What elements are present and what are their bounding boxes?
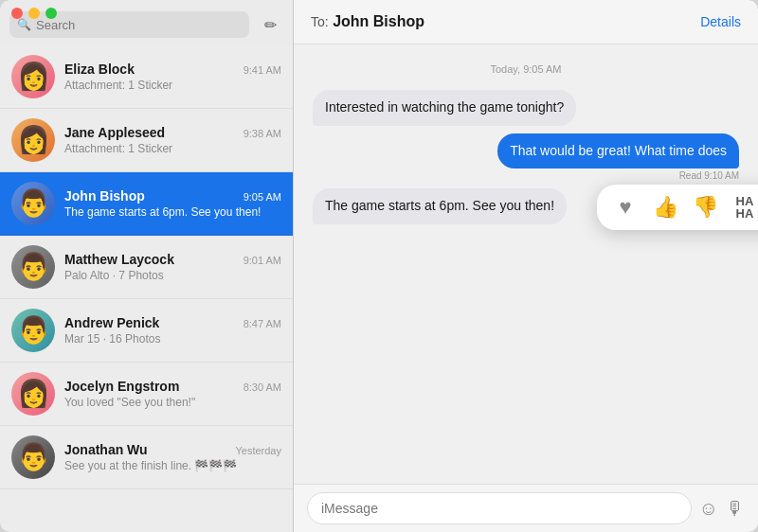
contact-name-row: Matthew Laycock 9:01 AM [64,252,281,267]
chat-input-area: ☺ 🎙 [294,484,758,532]
avatar-john-bishop: 👨 [11,182,55,225]
contact-info-john-bishop: John Bishop 9:05 AM The game starts at 6… [64,188,281,219]
app-container: 🔍 ✏ 👩 Eliza Block 9:41 AM Attachment: 1 … [0,0,758,532]
contact-info-matthew-laycock: Matthew Laycock 9:01 AM Palo Alto · 7 Ph… [64,252,281,282]
contact-info-jonathan-wu: Jonathan Wu Yesterday See you at the fin… [64,442,281,472]
haha-text: HAHA [736,195,754,220]
contact-time: 8:47 AM [244,318,281,329]
contact-item-jonathan-wu[interactable]: 👨 Jonathan Wu Yesterday See you at the f… [0,426,293,489]
search-input[interactable] [36,18,242,32]
contact-info-jocelyn-engstrom: Jocelyn Engstrom 8:30 AM You loved "See … [64,379,281,409]
tapback-thumbs-down[interactable]: 👎 [690,192,720,222]
chat-area: To: John Bishop Details Today, 9:05 AMIn… [294,0,758,532]
avatar-jane-appleseed: 👩 [11,118,55,162]
chat-timestamp: Today, 9:05 AM [313,63,739,75]
contact-time: 9:41 AM [244,64,281,76]
contact-name-row: Eliza Block 9:41 AM [64,62,281,77]
read-receipt: Read 9:10 AM [679,170,739,181]
contact-info-jane-appleseed: Jane Appleseed 9:38 AM Attachment: 1 Sti… [64,125,281,155]
contact-preview: Mar 15 · 16 Photos [64,332,281,346]
chat-header: To: John Bishop Details [294,0,758,44]
emoji-button[interactable]: ☺ [699,498,718,520]
contact-time: 8:30 AM [244,381,281,393]
details-button[interactable]: Details [700,14,741,29]
sidebar: 🔍 ✏ 👩 Eliza Block 9:41 AM Attachment: 1 … [0,0,294,532]
tapback-thumbs-up[interactable]: 👍 [650,192,680,222]
app-window: 🔍 ✏ 👩 Eliza Block 9:41 AM Attachment: 1 … [0,0,758,532]
contact-name: Eliza Block [64,62,135,77]
contact-info-eliza-block: Eliza Block 9:41 AM Attachment: 1 Sticke… [64,62,281,92]
contact-time: 9:01 AM [244,255,281,266]
contact-name-row: Jocelyn Engstrom 8:30 AM [64,379,281,394]
contact-name: Matthew Laycock [64,252,174,267]
contact-name-row: Andrew Penick 8:47 AM [64,315,281,330]
contact-name: John Bishop [64,188,145,204]
avatar-jocelyn-engstrom: 👩 [11,372,55,416]
contact-name-row: Jane Appleseed 9:38 AM [64,125,281,140]
contact-preview: Palo Alto · 7 Photos [64,269,281,282]
bubble-msg2: That would be great! What time does [497,133,739,169]
avatar-jonathan-wu: 👨 [11,435,55,479]
contact-name: Jane Appleseed [64,125,165,140]
avatar-andrew-penick: 👨 [11,309,55,352]
contact-preview: See you at the finish line. 🏁🏁🏁 [64,459,281,472]
contact-item-matthew-laycock[interactable]: 👨 Matthew Laycock 9:01 AM Palo Alto · 7 … [0,236,293,299]
contact-item-jocelyn-engstrom[interactable]: 👩 Jocelyn Engstrom 8:30 AM You loved "Se… [0,363,293,426]
contact-preview: Attachment: 1 Sticker [64,79,281,92]
tapback-heart[interactable]: ♥ [610,192,641,222]
message-input[interactable] [307,492,692,524]
avatar-matthew-laycock: 👨 [11,245,55,289]
search-icon: 🔍 [17,18,31,31]
contact-name: Jonathan Wu [64,442,148,457]
chat-recipient-row: To: John Bishop [311,13,424,30]
contact-name-row: Jonathan Wu Yesterday [64,442,281,457]
contact-item-john-bishop[interactable]: 👨 John Bishop 9:05 AM The game starts at… [0,172,293,236]
contact-name: Andrew Penick [64,315,159,330]
maximize-button[interactable] [45,8,57,19]
titlebar [0,0,68,19]
contact-name-row: John Bishop 9:05 AM [64,188,281,204]
tapback-haha[interactable]: HAHA [730,192,758,222]
contact-item-jane-appleseed[interactable]: 👩 Jane Appleseed 9:38 AM Attachment: 1 S… [0,109,293,172]
contact-time: 9:05 AM [244,191,281,203]
contact-info-andrew-penick: Andrew Penick 8:47 AM Mar 15 · 16 Photos [64,315,281,346]
chat-messages: Today, 9:05 AMInterested in watching the… [294,44,758,484]
bubble-msg1: Interested in watching the game tonight? [313,90,576,126]
contact-list: 👩 Eliza Block 9:41 AM Attachment: 1 Stic… [0,45,293,532]
to-label: To: [311,14,329,29]
message-row-msg1: Interested in watching the game tonight? [313,90,739,126]
message-row-msg2: That would be great! What time doesRead … [313,133,739,182]
contact-item-andrew-penick[interactable]: 👨 Andrew Penick 8:47 AM Mar 15 · 16 Phot… [0,299,293,363]
close-button[interactable] [11,8,23,19]
bubble-msg3: The game starts at 6pm. See you then! [313,188,567,224]
tapback-popup: ♥👍👎HAHA‼? [597,185,758,230]
contact-name: Jocelyn Engstrom [64,379,179,394]
contact-time: 9:38 AM [244,128,281,139]
contact-preview: Attachment: 1 Sticker [64,142,281,155]
chat-recipient-name: John Bishop [333,13,424,29]
contact-item-eliza-block[interactable]: 👩 Eliza Block 9:41 AM Attachment: 1 Stic… [0,45,293,109]
contact-time: Yesterday [235,445,281,456]
minimize-button[interactable] [28,8,40,19]
mic-button[interactable]: 🎙 [726,498,745,520]
contact-preview: The game starts at 6pm. See you then! [64,205,281,219]
contact-preview: You loved "See you then!" [64,396,281,409]
compose-button[interactable]: ✏ [257,11,283,38]
avatar-eliza-block: 👩 [11,55,55,98]
